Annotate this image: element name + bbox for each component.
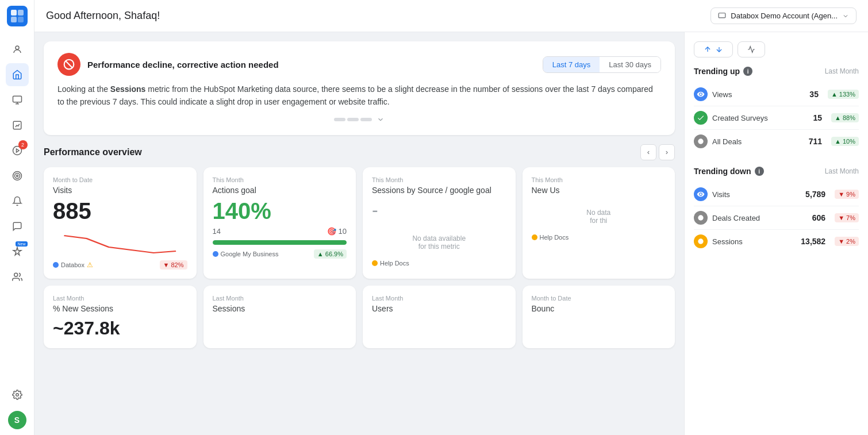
- pulse-button[interactable]: [738, 41, 765, 57]
- metric-subrow-actions: 14 🎯 10: [213, 227, 347, 236]
- metric-period-new-users: This Month: [532, 176, 666, 183]
- sparkline-visits: [53, 227, 187, 256]
- next-arrow[interactable]: ›: [659, 144, 675, 160]
- trending-name-deals-created: Deals Created: [712, 214, 808, 222]
- sidebar-item-team[interactable]: [6, 265, 29, 288]
- sidebar-item-goals[interactable]: [6, 164, 29, 187]
- metric-name-new-users: New Us: [532, 186, 666, 195]
- metric-name-sessions-last: Sessions: [213, 304, 347, 313]
- metric-source-visits: Databox ⚠: [53, 261, 93, 269]
- ai-new-badge: New: [16, 241, 27, 247]
- trending-down-header: Trending down i Last Month: [694, 167, 859, 176]
- svg-point-4: [16, 46, 19, 49]
- alert-tab-group[interactable]: Last 7 days Last 30 days: [543, 56, 661, 73]
- alert-body-suffix: metric from the HubSpot Marketing data s…: [57, 84, 653, 106]
- metric-name-users: Users: [372, 304, 506, 313]
- trending-up-period: Last Month: [825, 67, 859, 75]
- trending-badge-sessions-down: ▼ 2%: [835, 237, 859, 246]
- trending-down-info[interactable]: i: [755, 167, 764, 176]
- sidebar-item-metrics[interactable]: [6, 88, 29, 111]
- content-area: Performance decline, corrective action n…: [34, 32, 868, 435]
- sidebar-item-chat[interactable]: [6, 215, 29, 238]
- alert-header: Performance decline, corrective action n…: [57, 53, 661, 76]
- no-data-sessions-source: No data availablefor this metric: [372, 225, 506, 260]
- trending-value-sessions-down: 13,582: [801, 237, 825, 246]
- alert-expand[interactable]: [57, 116, 661, 124]
- alert-body: Looking at the Sessions metric from the …: [57, 83, 661, 109]
- prev-arrow[interactable]: ‹: [640, 144, 656, 160]
- sidebar-item-home[interactable]: [6, 63, 29, 86]
- trending-value-deals-created: 606: [812, 213, 825, 222]
- metric-card-visits: Month to Date Visits 885 Data: [44, 167, 197, 279]
- trending-row-views: Views 35 ▲ 133%: [694, 83, 859, 106]
- svg-marker-10: [16, 149, 19, 152]
- badge-actions: ▲ 66.9%: [314, 249, 347, 259]
- metric-period-sessions-source: This Month: [372, 176, 506, 183]
- svg-rect-2: [11, 17, 17, 22]
- metric-period-new-sessions-pct: Last Month: [53, 295, 187, 302]
- tab-last-7-days[interactable]: Last 7 days: [543, 57, 600, 72]
- trending-badge-surveys: ▲ 88%: [831, 113, 859, 122]
- target-val: 🎯 10: [327, 227, 347, 236]
- trending-up-title: Trending up i: [694, 67, 752, 76]
- sidebar: 2 New S: [0, 0, 34, 435]
- sidebar-item-people[interactable]: [6, 38, 29, 61]
- trending-icon-deals-created: [694, 211, 708, 225]
- svg-rect-0: [11, 10, 17, 16]
- trending-row-sessions-down: Sessions 13,582 ▼ 2%: [694, 230, 859, 253]
- source-name-visits: Databox: [61, 261, 85, 268]
- metric-period-visits: Month to Date: [53, 176, 187, 183]
- trending-name-surveys: Created Surveys: [712, 114, 808, 122]
- sidebar-item-settings[interactable]: [6, 383, 29, 406]
- trending-icon-all-deals: [694, 134, 708, 148]
- metric-value-sessions-source: -: [372, 199, 506, 221]
- metrics-grid-bottom: Last Month % New Sessions ~237.8k Last M…: [44, 286, 675, 348]
- trending-name-all-deals: All Deals: [712, 137, 804, 146]
- app-logo[interactable]: [7, 6, 28, 26]
- alert-title-row: Performance decline, corrective action n…: [57, 53, 279, 76]
- metric-card-sessions-source: This Month Sessions by Source / google g…: [363, 167, 516, 279]
- svg-rect-1: [18, 10, 24, 16]
- badge-visits: ▼ 82%: [160, 260, 187, 270]
- metric-card-users: Last Month Users: [363, 286, 516, 348]
- main-content: Good Afternoon, Shafaq! Databox Demo Acc…: [34, 0, 868, 435]
- sidebar-item-play[interactable]: 2: [6, 139, 29, 162]
- svg-point-23: [698, 238, 703, 244]
- metric-name-new-sessions-pct: % New Sessions: [53, 304, 187, 313]
- trending-badge-views: ▲ 133%: [828, 90, 859, 99]
- metric-period-actions: This Month: [213, 176, 347, 183]
- account-selector[interactable]: Databox Demo Account (Agen...: [710, 7, 857, 24]
- svg-rect-5: [13, 96, 21, 102]
- sidebar-bottom: S: [6, 383, 29, 429]
- metric-card-new-users: This Month New Us No datafor thi Help Do…: [523, 167, 675, 279]
- metric-period-users: Last Month: [372, 295, 506, 302]
- alert-metric: Sessions: [110, 84, 145, 94]
- svg-line-18: [66, 61, 72, 68]
- svg-rect-3: [18, 17, 24, 22]
- sidebar-item-alerts[interactable]: [6, 190, 29, 213]
- trending-button[interactable]: [694, 41, 733, 57]
- user-avatar[interactable]: S: [8, 411, 26, 429]
- metric-source-sessions-source: Help Docs: [372, 260, 409, 267]
- section-header: Performance overview ‹ ›: [44, 144, 675, 160]
- svg-point-22: [698, 215, 703, 220]
- metric-value-new-sessions-pct: ~237.8k: [53, 318, 187, 339]
- sidebar-item-charts[interactable]: [6, 114, 29, 137]
- tab-last-30-days[interactable]: Last 30 days: [600, 57, 660, 72]
- metrics-grid-top: Month to Date Visits 885 Data: [44, 167, 675, 279]
- metric-footer-sessions-source: Help Docs: [372, 260, 506, 267]
- alert-icon: [57, 53, 80, 76]
- alert-card: Performance decline, corrective action n…: [44, 41, 675, 135]
- metric-card-new-sessions-pct: Last Month % New Sessions ~237.8k: [44, 286, 197, 348]
- svg-rect-16: [719, 13, 725, 17]
- account-name: Databox Demo Account (Agen...: [731, 11, 838, 20]
- sidebar-item-ai[interactable]: New: [6, 240, 29, 263]
- trending-up-header: Trending up i Last Month: [694, 67, 859, 76]
- expand-bar[interactable]: [334, 116, 385, 124]
- svg-point-21: [698, 138, 703, 144]
- trending-down-section: Trending down i Last Month Visits 5,789 …: [694, 167, 859, 253]
- trending-row-visits-down: Visits 5,789 ▼ 9%: [694, 183, 859, 206]
- trending-value-visits-down: 5,789: [805, 190, 825, 199]
- trending-icon-visits-down: [694, 187, 708, 201]
- trending-up-info[interactable]: i: [743, 67, 752, 76]
